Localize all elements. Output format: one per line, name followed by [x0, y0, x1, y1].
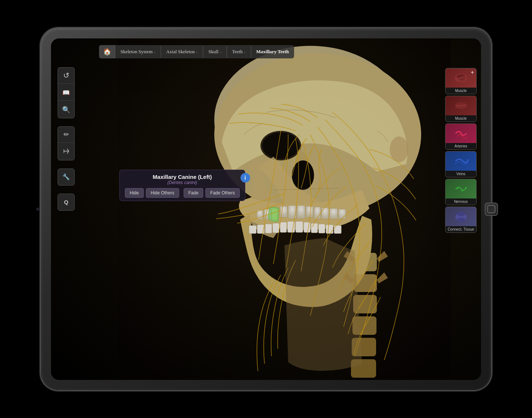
svg-rect-22 — [265, 224, 272, 233]
breadcrumb-maxillary-teeth[interactable]: Maxillary Teeth — [251, 46, 294, 58]
svg-rect-26 — [249, 225, 256, 234]
svg-rect-9 — [306, 206, 313, 217]
right-panel: + Muscle Muscle — [445, 68, 477, 233]
edit-group: ✏ — [58, 126, 75, 160]
layer-card-muscle-1[interactable]: + Muscle — [445, 68, 477, 94]
share-btn[interactable] — [58, 144, 74, 160]
fade-btn[interactable]: Fade — [184, 188, 203, 198]
layer-card-muscle-2[interactable]: Muscle — [445, 96, 477, 122]
svg-rect-15 — [338, 209, 346, 219]
layer-card-connective[interactable]: Connect. Tissue — [445, 207, 477, 233]
layer-card-muscle-1-label: Muscle — [446, 88, 476, 94]
svg-rect-7 — [297, 205, 305, 218]
layer-card-muscle-2-label: Muscle — [446, 115, 476, 122]
breadcrumb-arrow-4: › — [244, 50, 246, 54]
reset-icon: ↺ — [63, 71, 69, 80]
quiz-group: Q — [58, 194, 75, 211]
layer-card-connective-label: Connect. Tissue — [446, 226, 476, 232]
svg-rect-23 — [318, 224, 325, 233]
svg-rect-21 — [311, 223, 318, 233]
svg-rect-14 — [330, 208, 338, 219]
layer-card-arteries[interactable]: Arteries — [445, 123, 477, 150]
bookmark-btn[interactable]: 📖 — [58, 85, 74, 101]
svg-point-44 — [461, 189, 463, 191]
svg-rect-20 — [273, 223, 279, 233]
breadcrumb-arrow-2: › — [196, 50, 198, 54]
svg-point-37 — [457, 74, 466, 80]
breadcrumb-skull[interactable]: Skull › — [203, 46, 227, 58]
svg-rect-48 — [457, 218, 465, 222]
reset-view-btn[interactable]: ↺ — [58, 68, 74, 84]
annotate-btn[interactable]: ✏ — [58, 127, 74, 143]
svg-rect-17 — [296, 221, 303, 232]
ipad-frame: 🏠 Skeleton System › Axial Skeleton › Sku… — [41, 28, 491, 390]
breadcrumb-teeth[interactable]: Teeth › — [227, 46, 251, 58]
svg-rect-13 — [321, 208, 329, 219]
hide-btn[interactable]: Hide — [125, 188, 144, 198]
popup-title: Maxillary Canine (Left) — [125, 174, 240, 180]
layer-card-arteries-label: Arteries — [446, 143, 476, 149]
home-breadcrumb-btn[interactable]: 🏠 — [99, 45, 115, 58]
layer-card-muscle-1-img: + — [446, 68, 476, 88]
layer-card-nervous-img — [446, 179, 476, 198]
svg-rect-10 — [314, 207, 321, 219]
layer-card-veins[interactable]: Veins — [445, 151, 477, 177]
breadcrumb-arrow: › — [154, 50, 156, 54]
anatomy-svg — [88, 38, 481, 380]
svg-point-4 — [262, 132, 299, 159]
left-toolbar: ↺ 📖 🔍 ✏ — [58, 45, 75, 211]
breadcrumb-arrow-3: › — [220, 50, 221, 54]
popup-tooltip: Maxillary Canine (Left) (Dentes canini) … — [119, 170, 245, 201]
plus-icon: + — [471, 70, 474, 76]
popup-box: Maxillary Canine (Left) (Dentes canini) … — [119, 170, 245, 201]
svg-rect-25 — [326, 225, 333, 234]
svg-rect-29 — [354, 274, 377, 292]
svg-point-45 — [465, 187, 467, 188]
search-icon: 🔍 — [62, 106, 70, 114]
breadcrumb-skeleton-system[interactable]: Skeleton System › — [115, 46, 161, 58]
svg-rect-18 — [280, 222, 287, 232]
info-btn[interactable]: i — [241, 173, 250, 183]
svg-point-34 — [390, 136, 408, 162]
anatomy-canvas — [88, 38, 481, 380]
breadcrumb-bar: 🏠 Skeleton System › Axial Skeleton › Sku… — [99, 45, 294, 58]
layer-card-veins-img — [446, 152, 476, 171]
fade-others-btn[interactable]: Fade Others — [205, 188, 240, 198]
popup-subtitle: (Dentes canini) — [125, 180, 240, 185]
layer-card-veins-label: Veins — [446, 171, 476, 177]
share-icon — [63, 148, 69, 156]
home-button[interactable] — [485, 203, 498, 216]
settings-btn[interactable]: 🔧 — [58, 169, 74, 185]
layer-card-arteries-img — [446, 124, 476, 143]
svg-rect-47 — [457, 212, 465, 216]
home-icon: 🏠 — [103, 48, 111, 56]
svg-point-43 — [456, 187, 458, 189]
home-button-inner — [487, 205, 495, 213]
search-btn[interactable]: 🔍 — [58, 102, 74, 118]
nav-group: ↺ 📖 🔍 — [58, 67, 75, 118]
svg-rect-19 — [304, 222, 310, 232]
layer-card-nervous-label: Nervous — [446, 198, 476, 205]
camera-dot — [36, 208, 39, 211]
wrench-icon: 🔧 — [62, 173, 70, 180]
settings-group: 🔧 — [58, 169, 75, 186]
breadcrumb-axial-skeleton[interactable]: Axial Skeleton › — [161, 46, 203, 58]
layer-card-muscle-2-img — [446, 96, 476, 115]
hide-others-btn[interactable]: Hide Others — [146, 188, 179, 198]
pencil-icon: ✏ — [64, 130, 69, 139]
book-icon: 📖 — [62, 89, 70, 96]
screen: 🏠 Skeleton System › Axial Skeleton › Sku… — [51, 38, 481, 380]
layer-card-nervous[interactable]: Nervous — [445, 179, 477, 205]
popup-actions: Hide Hide Others Fade Fade Others — [125, 188, 240, 198]
quiz-btn[interactable]: Q — [58, 194, 74, 210]
layer-card-connective-img — [446, 207, 476, 226]
quiz-icon: Q — [64, 199, 68, 205]
